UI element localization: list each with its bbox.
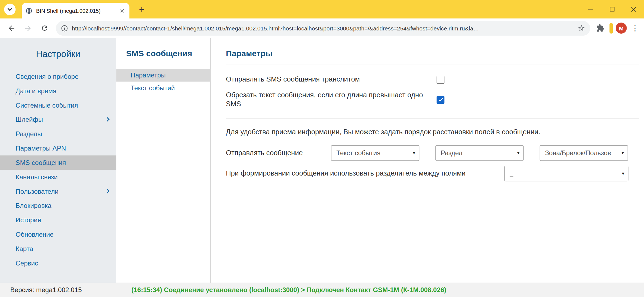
sidebar-item-label: Параметры APN [16, 145, 66, 152]
sidebar-title: Настройки [0, 49, 116, 60]
sidebar-item-sms-soobshcheniya[interactable]: SMS сообщения [0, 155, 116, 170]
chevron-right-icon [105, 189, 109, 193]
reload-button[interactable] [37, 21, 52, 35]
back-icon [7, 24, 16, 32]
reload-icon [41, 24, 48, 32]
forward-button[interactable] [20, 21, 35, 35]
connection-status-text: (16:15:34) Соединение установлено (local… [131, 286, 446, 294]
sidebar-item-label: Системные события [16, 102, 78, 109]
order-hint-text: Для удобства приема информации, Вы может… [226, 128, 639, 136]
order-row-label: Отправлять сообщение [226, 149, 331, 157]
site-favicon-icon [26, 7, 33, 14]
sidebar-item-label: Блокировка [16, 202, 51, 209]
sidebar-item-label: Дата и время [16, 87, 56, 95]
truncate-row: Обрезать текст сообщения, если его длина… [226, 91, 444, 109]
translit-label: Отправлять SMS сообщения транслитом [226, 75, 360, 84]
divider [226, 118, 639, 119]
sidebar-item-label: SMS сообщения [16, 159, 66, 166]
window-controls [580, 0, 644, 18]
chevron-right-icon [105, 117, 109, 122]
field2-select-value: Раздел [441, 149, 463, 157]
star-icon [577, 24, 585, 32]
sidebar-item-label: Сведения о приборе [16, 73, 78, 80]
toolbar-right: M [593, 21, 641, 35]
extensions-button[interactable] [593, 21, 606, 35]
separator-select-value: _ [510, 170, 513, 177]
sidebar-item-label: Шлейфы [16, 116, 43, 123]
status-bar: Версия: mega1.002.015 (16:15:34) Соедине… [0, 283, 644, 297]
new-tab-button[interactable] [135, 3, 148, 15]
sidebar-item-sistemnye-sobytiya[interactable]: Системные события [0, 98, 116, 112]
sidebar-item-label: Обновление [16, 231, 53, 238]
url-bar[interactable]: http://localhost:9999//contact/contact-1… [56, 21, 590, 35]
forward-icon [24, 24, 32, 32]
tab-search-button[interactable] [4, 4, 16, 15]
field2-select[interactable]: Раздел [435, 145, 524, 161]
site-info-icon[interactable] [61, 24, 68, 32]
translit-row: Отправлять SMS сообщения транслитом [226, 75, 444, 84]
close-button[interactable] [623, 0, 644, 18]
sidebar-item-kanaly-svyazi[interactable]: Каналы связи [0, 170, 116, 184]
sidebar-item-karta[interactable]: Карта [0, 242, 116, 256]
pinned-extension-indicator[interactable] [609, 23, 613, 33]
parameters-panel: Параметры Отправлять SMS сообщения транс… [211, 38, 644, 283]
submenu-item-label: Текст событий [131, 85, 175, 92]
browser-tab[interactable]: BIN Shell (mega1.002.015) [22, 3, 130, 18]
separator-select[interactable]: _ [504, 166, 628, 181]
close-icon [631, 7, 636, 12]
url-text: http://localhost:9999//contact/contact-1… [72, 25, 577, 31]
submenu-title: SMS сообщения [116, 49, 210, 58]
sidebar-item-obnovlenie[interactable]: Обновление [0, 227, 116, 242]
submenu-item-parametry[interactable]: Параметры [116, 69, 210, 82]
sidebar-item-polzovateli[interactable]: Пользователи [0, 184, 116, 199]
field1-select[interactable]: Текст события [331, 145, 420, 161]
sidebar-item-istoriya[interactable]: История [0, 213, 116, 227]
sms-submenu: SMS сообщения Параметры Текст событий [116, 38, 211, 283]
sidebar-item-blokirovka[interactable]: Блокировка [0, 199, 116, 213]
divider [226, 64, 639, 64]
page-title: Параметры [226, 49, 639, 58]
sidebar-item-label: Пользователи [16, 188, 58, 195]
sidebar-item-label: Карта [16, 245, 33, 252]
submenu-item-tekst-sobytiy[interactable]: Текст событий [116, 82, 210, 94]
tab-strip: BIN Shell (mega1.002.015) [0, 0, 644, 18]
field3-select-value: Зона/Брелок/Пользов [545, 149, 611, 157]
back-button[interactable] [4, 21, 19, 35]
translit-checkbox[interactable] [437, 76, 445, 84]
tab-close-icon[interactable] [118, 7, 126, 14]
sidebar-item-razdely[interactable]: Разделы [0, 127, 116, 141]
sidebar-item-servis[interactable]: Сервис [0, 256, 116, 270]
field3-select[interactable]: Зона/Брелок/Пользов [540, 145, 628, 161]
separator-row-label: При формировании сообщения использовать … [226, 169, 504, 177]
check-icon [437, 97, 443, 102]
separator-row: При формировании сообщения использовать … [226, 166, 639, 181]
puzzle-icon [596, 24, 605, 33]
minimize-button[interactable] [580, 0, 601, 18]
sidebar-item-label: Разделы [16, 130, 42, 137]
sidebar-item-label: История [16, 217, 41, 224]
profile-avatar[interactable]: M [616, 23, 627, 34]
truncate-checkbox[interactable] [437, 96, 445, 104]
submenu-item-label: Параметры [131, 72, 166, 79]
sidebar-item-data-i-vremya[interactable]: Дата и время [0, 84, 116, 98]
maximize-button[interactable] [601, 0, 623, 18]
field1-select-value: Текст события [336, 149, 380, 157]
sidebar-item-svedeniya-o-pribore[interactable]: Сведения о приборе [0, 69, 116, 84]
tab-title: BIN Shell (mega1.002.015) [36, 8, 118, 14]
browser-window: BIN Shell (mega1.002.015) http://localho… [0, 0, 644, 297]
sidebar-item-parametry-apn[interactable]: Параметры APN [0, 141, 116, 155]
browser-menu-button[interactable] [629, 21, 641, 35]
settings-sidebar: Настройки Сведения о приборе Дата и врем… [0, 38, 116, 283]
chevron-down-icon [8, 6, 12, 11]
maximize-icon [610, 7, 614, 12]
message-order-row: Отправлять сообщение Текст события Разде… [226, 145, 639, 161]
version-text: Версия: mega1.002.015 [10, 286, 131, 294]
truncate-label: Обрезать текст сообщения, если его длина… [226, 91, 423, 109]
bookmark-button[interactable] [577, 24, 585, 32]
page-content: Настройки Сведения о приборе Дата и врем… [0, 38, 644, 283]
minimize-icon [588, 9, 593, 10]
address-bar: http://localhost:9999//contact/contact-1… [0, 18, 644, 38]
sidebar-item-shleyfy[interactable]: Шлейфы [0, 112, 116, 127]
sidebar-item-label: Каналы связи [16, 174, 58, 181]
sidebar-item-label: Сервис [16, 260, 38, 267]
